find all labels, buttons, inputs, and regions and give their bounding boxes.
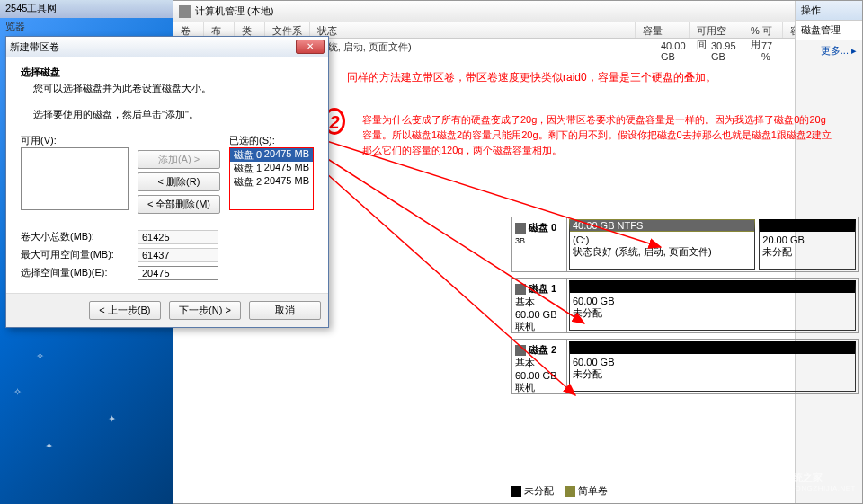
selected-disk-0[interactable]: 磁盘 020475 MB bbox=[230, 148, 313, 162]
disk-1-row[interactable]: 磁盘 1 基本 60.00 GB 联机 60.00 GB 未分配 bbox=[511, 278, 859, 333]
selected-listbox[interactable]: 磁盘 020475 MB 磁盘 120475 MB 磁盘 220475 MB bbox=[229, 147, 314, 210]
add-button[interactable]: 添加(A) > bbox=[138, 150, 220, 169]
back-button[interactable]: < 上一步(B) bbox=[89, 301, 161, 320]
dialog-subtitle: 您可以选择磁盘并为此卷设置磁盘大小。 bbox=[33, 82, 314, 95]
select-space-input[interactable]: 20475 bbox=[138, 266, 218, 280]
total-size-value: 61425 bbox=[138, 230, 218, 244]
annotation-text-2: 容量为什么变成了所有的硬盘变成了20g，因为带区卷要求的硬盘容量是一样的。因为我… bbox=[362, 112, 857, 158]
select-space-label: 选择空间量(MB)(E): bbox=[21, 266, 138, 280]
more-link[interactable]: 更多... ▸ bbox=[796, 40, 862, 61]
available-listbox[interactable] bbox=[21, 147, 129, 210]
window-tab: 2545工具网 bbox=[0, 0, 173, 18]
next-button[interactable]: 下一步(N) > bbox=[169, 301, 241, 320]
disk-0-info: 磁盘 0 3B bbox=[512, 217, 567, 271]
disk-0-partition-c[interactable]: (C:) 40.00 GB NTFS 状态良好 (系统, 启动, 页面文件) bbox=[569, 219, 755, 270]
available-label: 可用(V): bbox=[21, 134, 129, 147]
disk-0-row[interactable]: 磁盘 0 3B (C:) 40.00 GB NTFS 状态良好 (系统, 启动,… bbox=[511, 217, 859, 272]
dialog-titlebar[interactable]: 新建带区卷 ✕ bbox=[6, 37, 328, 57]
disk-2-row[interactable]: 磁盘 2 基本 60.00 GB 联机 60.00 GB 未分配 bbox=[511, 339, 859, 394]
cancel-button[interactable]: 取消 bbox=[249, 301, 321, 320]
total-size-label: 卷大小总数(MB): bbox=[21, 230, 138, 244]
max-space-value: 61437 bbox=[138, 248, 218, 262]
disk-icon bbox=[515, 345, 526, 356]
dialog-heading: 选择磁盘 bbox=[21, 66, 314, 79]
house-icon bbox=[749, 470, 778, 493]
disk-mgmt-link[interactable]: 磁盘管理 bbox=[796, 21, 862, 40]
app-title: 计算机管理 (本地) bbox=[195, 4, 273, 18]
dialog-instruction: 选择要使用的磁盘，然后单击"添加"。 bbox=[33, 108, 314, 121]
max-space-label: 最大可用空间量(MB): bbox=[21, 248, 138, 262]
disk-2-info: 磁盘 2 基本 60.00 GB 联机 bbox=[512, 340, 567, 393]
watermark: 系统之家 XITONGZHIJIA.NET bbox=[749, 470, 856, 493]
actions-header: 操作 bbox=[796, 1, 862, 21]
selected-disk-2[interactable]: 磁盘 220475 MB bbox=[230, 175, 313, 189]
computer-icon bbox=[179, 5, 191, 18]
app-toolbar: 计算机管理 (本地) bbox=[173, 1, 862, 22]
disk-icon bbox=[515, 223, 526, 234]
disk-1-info: 磁盘 1 基本 60.00 GB 联机 bbox=[512, 279, 567, 332]
legend-simple-icon bbox=[565, 486, 575, 497]
selected-label: 已选的(S): bbox=[229, 134, 314, 147]
legend: 未分配 简单卷 bbox=[511, 484, 608, 498]
disk-2-unallocated[interactable]: 60.00 GB 未分配 bbox=[569, 341, 856, 392]
selected-disk-1[interactable]: 磁盘 120475 MB bbox=[230, 162, 313, 175]
browser-tab: 览器 bbox=[0, 18, 36, 35]
new-striped-volume-dialog: 新建带区卷 ✕ 选择磁盘 您可以选择磁盘并为此卷设置磁盘大小。 选择要使用的磁盘… bbox=[5, 36, 329, 328]
annotation-text-1: 同样的方法建立带区卷，带区卷速度更快类似raid0，容量是三个硬盘的叠加。 bbox=[347, 70, 716, 85]
remove-all-button[interactable]: < 全部删除(M) bbox=[138, 195, 220, 214]
disk-0-unallocated[interactable]: 20.00 GB 未分配 bbox=[759, 219, 856, 270]
disk-1-unallocated[interactable]: 60.00 GB 未分配 bbox=[569, 280, 856, 331]
disk-panel: 磁盘 0 3B (C:) 40.00 GB NTFS 状态良好 (系统, 启动,… bbox=[511, 217, 859, 476]
close-button[interactable]: ✕ bbox=[296, 40, 325, 54]
legend-unallocated-icon bbox=[511, 486, 521, 497]
remove-button[interactable]: < 删除(R) bbox=[138, 172, 220, 191]
disk-icon bbox=[515, 284, 526, 295]
